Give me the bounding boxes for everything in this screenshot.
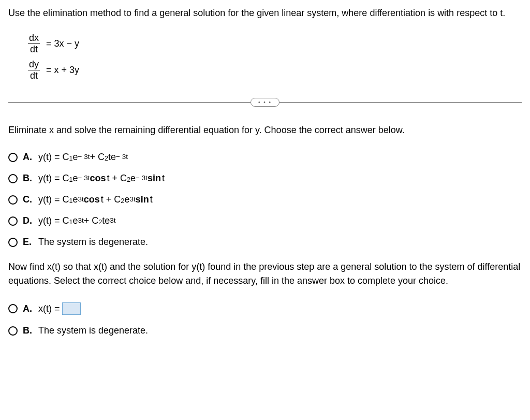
fraction-dy-dt: dy dt [27,59,41,81]
denom: dt [28,44,40,55]
option-d-math: y(t) = C1e3t + C2te3t [38,215,116,226]
radio-icon[interactable] [8,195,18,205]
option-b[interactable]: B. y(t) = C1e− 3t cost + C2e− 3t sint [8,173,522,184]
radio-icon[interactable] [8,326,18,336]
option-label: B. [23,173,33,184]
radio-icon[interactable] [8,304,18,313]
fraction-dx-dt: dx dt [27,33,41,55]
option-e[interactable]: E. The system is degenerate. [8,237,522,248]
numer: dx [27,33,41,44]
option-e-text: The system is degenerate. [38,237,148,248]
option-label: A. [23,303,33,314]
part1-options: A. y(t) = C1e− 3t + C2te− 3t B. y(t) = C… [8,152,522,248]
equation-2: dy dt = x + 3y [27,59,522,81]
xt-prefix: x(t) = [38,303,60,314]
part2-options: A. x(t) = B. The system is degenerate. [8,302,522,336]
option-b-math: y(t) = C1e− 3t cost + C2e− 3t sint [38,173,165,184]
ellipsis-badge[interactable]: • • • [251,98,279,107]
option-d[interactable]: D. y(t) = C1e3t + C2te3t [8,215,522,226]
denom: dt [28,70,40,81]
section-divider: • • • [8,98,522,107]
option-a-math: y(t) = C1e− 3t + C2te− 3t [38,152,128,163]
radio-icon[interactable] [8,238,18,247]
option-label: B. [23,325,33,336]
answer-input-box[interactable] [62,302,81,315]
equation-1-rhs: = 3x − y [46,38,79,49]
radio-icon[interactable] [8,153,18,162]
numer: dy [27,59,41,70]
radio-icon[interactable] [8,216,18,226]
option-label: E. [23,237,33,248]
option-label: C. [23,194,33,205]
part1-prompt: Eliminate x and solve the remaining diff… [8,123,522,137]
option-c-math: y(t) = C1e3t cost + C2e3t sint [38,194,153,205]
system-equations: dx dt = 3x − y dy dt = x + 3y [27,33,522,81]
option-c[interactable]: C. y(t) = C1e3t cost + C2e3t sint [8,194,522,205]
part2-option-a-content: x(t) = [38,302,81,315]
part2-option-a[interactable]: A. x(t) = [8,302,522,315]
part2-option-b-text: The system is degenerate. [38,325,148,336]
equation-1: dx dt = 3x − y [27,33,522,55]
part2-option-b[interactable]: B. The system is degenerate. [8,325,522,336]
part2-prompt: Now find x(t) so that x(t) and the solut… [8,260,522,288]
option-label: A. [23,152,33,163]
radio-icon[interactable] [8,174,18,183]
equation-2-rhs: = x + 3y [46,65,79,76]
option-a[interactable]: A. y(t) = C1e− 3t + C2te− 3t [8,152,522,163]
option-label: D. [23,215,33,226]
question-text: Use the elimination method to find a gen… [8,6,522,20]
